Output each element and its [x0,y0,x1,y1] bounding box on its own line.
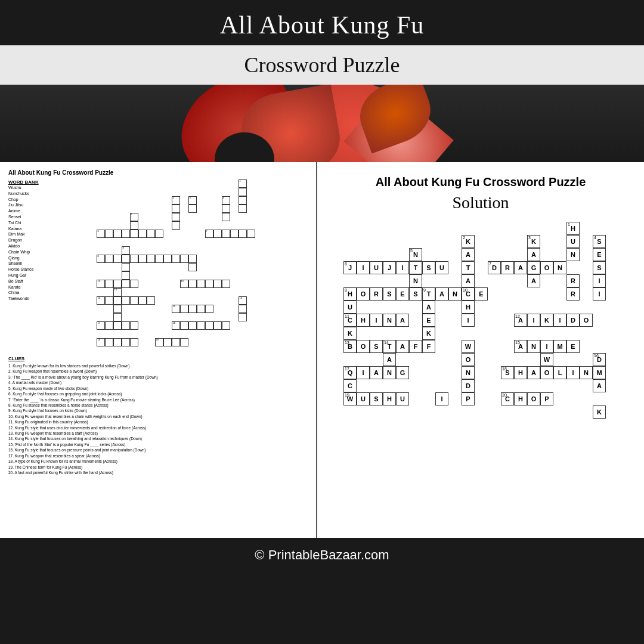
crossword-cell[interactable] [138,230,147,238]
crossword-cell[interactable]: 14 [113,288,122,296]
crossword-cell[interactable] [105,338,113,346]
crossword-cell[interactable] [130,321,138,330]
crossword-cell[interactable] [122,255,130,263]
crossword-cell[interactable] [205,305,213,313]
crossword-cell[interactable] [113,230,122,238]
crossword-cell[interactable] [239,305,247,313]
crossword-cell[interactable] [180,338,188,346]
crossword-cell[interactable] [113,321,122,330]
crossword-cell[interactable] [188,321,197,330]
crossword-cell[interactable] [130,280,138,288]
crossword-cell[interactable] [147,255,155,263]
crossword-cell[interactable]: 13 [97,296,105,305]
crossword-cell[interactable]: 11 [97,280,105,288]
crossword-cell[interactable] [188,263,197,271]
crossword-cell[interactable] [163,255,172,263]
crossword-cell[interactable] [122,263,130,271]
crossword-cell[interactable] [122,296,130,305]
crossword-cell[interactable]: 16 [239,296,247,305]
solution-cell: A [396,314,409,327]
crossword-cell[interactable] [163,338,172,346]
crossword-cell[interactable] [172,213,180,221]
crossword-cell[interactable] [113,313,122,321]
crossword-cell[interactable] [138,296,147,305]
crossword-cell[interactable] [138,255,147,263]
crossword-cell[interactable] [122,280,130,288]
crossword-cell[interactable]: 15 [172,305,180,313]
crossword-cell[interactable] [197,321,205,330]
crossword-cell[interactable]: 18 [172,321,180,330]
crossword-cell[interactable] [222,321,230,330]
crossword-cell[interactable] [155,230,163,238]
crossword-cell[interactable] [222,213,230,221]
crossword-cell[interactable] [239,313,247,321]
solution-cell: O [540,261,553,274]
crossword-cell[interactable]: 1 [239,179,247,188]
crossword-cell[interactable] [172,221,180,230]
crossword-cell[interactable] [105,280,113,288]
crossword-cell[interactable] [205,280,213,288]
crossword-cell[interactable] [205,321,213,330]
crossword-cell[interactable] [180,255,188,263]
crossword-cell[interactable]: 9 [122,246,130,255]
crossword-cell[interactable] [113,296,122,305]
crossword-cell[interactable]: 12 [180,280,188,288]
clue-item: 5. Kung Fu weapon made of two sticks (Do… [8,386,308,391]
crossword-cell[interactable] [188,205,197,213]
crossword-cell[interactable] [222,205,230,213]
crossword-cell[interactable]: 8 [97,255,105,263]
crossword-cell[interactable] [230,230,239,238]
solution-cell: E [422,314,435,327]
crossword-cell[interactable] [213,321,222,330]
crossword-cell[interactable] [122,321,130,330]
crossword-cell[interactable] [239,230,247,238]
crossword-cell[interactable] [130,296,138,305]
crossword-cell[interactable] [113,280,122,288]
crossword-cell[interactable] [213,230,222,238]
crossword-cell[interactable] [172,205,180,213]
crossword-cell[interactable] [172,338,180,346]
crossword-cell[interactable] [188,280,197,288]
crossword-cell[interactable] [147,230,155,238]
crossword-cell[interactable] [113,338,122,346]
crossword-cell[interactable] [130,338,138,346]
crossword-cell[interactable] [155,255,163,263]
crossword-cell[interactable] [122,271,130,280]
crossword-cell[interactable] [130,255,138,263]
crossword-cell[interactable] [105,321,113,330]
crossword-cell[interactable] [130,221,138,230]
crossword-cell[interactable] [222,280,230,288]
crossword-cell[interactable]: 19 [97,338,105,346]
solution-cell: 4S [593,235,606,248]
crossword-cell[interactable] [105,255,113,263]
crossword-cell[interactable]: 5 [130,213,138,221]
crossword-cell[interactable] [222,230,230,238]
crossword-cell[interactable] [197,280,205,288]
crossword-cell[interactable] [180,321,188,330]
crossword-cell[interactable] [105,296,113,305]
crossword-cell[interactable] [147,296,155,305]
crossword-cell[interactable] [188,305,197,313]
crossword-cell[interactable]: 7 [205,230,213,238]
crossword-cell[interactable] [247,230,255,238]
crossword-cell[interactable]: 20 [155,338,163,346]
crossword-cell[interactable] [213,280,222,288]
crossword-cell[interactable] [188,255,197,263]
crossword-cell[interactable]: 6 [97,230,105,238]
crossword-cell[interactable] [105,230,113,238]
crossword-cell[interactable] [239,205,247,213]
crossword-cell[interactable] [180,305,188,313]
crossword-cell[interactable]: 2 [172,196,180,205]
crossword-cell[interactable] [122,230,130,238]
crossword-cell[interactable] [239,196,247,205]
crossword-cell[interactable]: 17 [97,321,105,330]
crossword-cell[interactable] [122,338,130,346]
crossword-cell[interactable]: 3 [188,196,197,205]
crossword-cell[interactable] [130,230,138,238]
crossword-cell[interactable]: 4 [222,196,230,205]
crossword-cell[interactable] [113,255,122,263]
crossword-cell[interactable] [113,305,122,313]
crossword-cell[interactable] [239,188,247,196]
crossword-cell[interactable] [172,255,180,263]
crossword-cell[interactable] [197,305,205,313]
